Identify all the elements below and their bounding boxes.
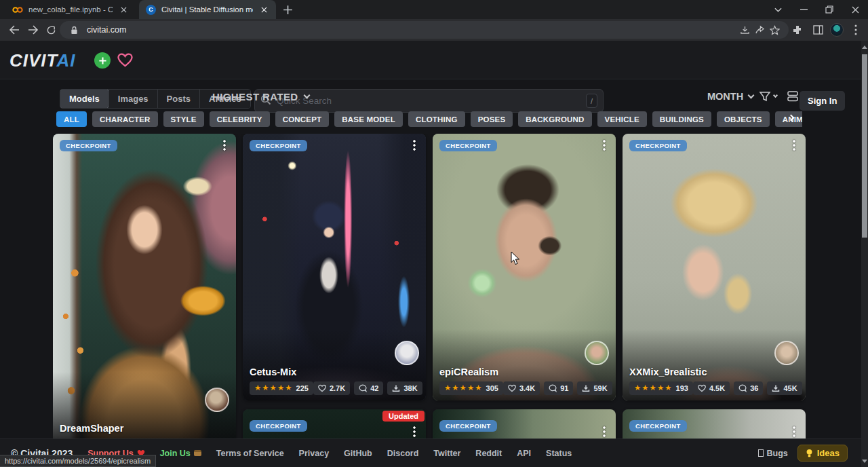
bookmark-star-icon[interactable]	[767, 22, 782, 37]
restore-icon[interactable]	[816, 0, 842, 19]
footer-link-api[interactable]: API	[517, 449, 531, 458]
scroll-up-icon[interactable]	[861, 42, 868, 52]
downloads-pill[interactable]: 45K	[767, 381, 802, 395]
extensions-icon[interactable]	[789, 22, 806, 37]
favorites-heart-button[interactable]	[117, 52, 133, 68]
creator-avatar[interactable]	[774, 341, 799, 365]
checkpoint-badge: CHECKPOINT	[629, 420, 687, 432]
model-card-dreamshaper[interactable]: CHECKPOINT DreamShaper	[53, 134, 236, 438]
chip-clothing[interactable]: CLOTHING	[408, 111, 465, 127]
tab-images[interactable]: Images	[108, 90, 157, 108]
likes-pill[interactable]: 2.7K	[313, 381, 350, 395]
comments-pill[interactable]: 36	[734, 381, 763, 395]
comments-pill[interactable]: 91	[544, 381, 573, 395]
downloads-pill[interactable]: 59K	[577, 381, 612, 395]
tab-search-icon[interactable]	[765, 0, 791, 19]
browser-tab-colab[interactable]: new_colab_file.ipynb - Colaborat	[5, 0, 136, 19]
downloads-pill[interactable]: 38K	[387, 381, 422, 395]
chip-buildings[interactable]: BUILDINGS	[652, 111, 711, 127]
new-tab-icon[interactable]	[282, 4, 294, 16]
chip-base-model[interactable]: BASE MODEL	[334, 111, 403, 127]
profile-avatar[interactable]	[830, 23, 844, 37]
creator-avatar[interactable]	[395, 341, 419, 365]
chip-style[interactable]: STYLE	[163, 111, 204, 127]
comment-icon	[738, 384, 747, 392]
layout-toggle-icon[interactable]	[787, 90, 799, 105]
creator-avatar[interactable]	[205, 388, 229, 412]
model-card-partial[interactable]: CHECKPOINT	[623, 409, 806, 438]
period-dropdown[interactable]: MONTH	[707, 91, 753, 102]
card-menu-icon[interactable]	[220, 139, 229, 151]
scrollbar-thumb[interactable]	[862, 54, 867, 238]
close-tab-icon[interactable]	[118, 4, 129, 15]
footer-link-twitter[interactable]: Twitter	[433, 449, 460, 458]
close-tab-icon[interactable]	[258, 4, 269, 15]
close-window-icon[interactable]	[842, 0, 868, 19]
forward-icon[interactable]	[26, 22, 41, 37]
chip-all[interactable]: ALL	[56, 111, 87, 127]
address-bar[interactable]: civitai.com	[60, 21, 789, 39]
bugs-link[interactable]: Bugs	[758, 449, 788, 458]
browser-menu-icon[interactable]	[848, 22, 864, 37]
categories-scroll-right-icon[interactable]	[789, 113, 798, 125]
status-bar-url: https://civitai.com/models/25694/epicrea…	[0, 455, 156, 467]
model-card-epicrealism[interactable]: CHECKPOINT epiCRealism ★★★★★305 3.4K 91 …	[433, 134, 616, 400]
creator-avatar[interactable]	[585, 341, 609, 365]
comments-pill[interactable]: 42	[354, 381, 383, 395]
footer-link-github[interactable]: GitHub	[344, 449, 372, 458]
footer-link-status[interactable]: Status	[546, 449, 572, 458]
url-text[interactable]: civitai.com	[87, 25, 737, 35]
civitai-logo[interactable]: CIVITAI	[9, 50, 76, 71]
rating-pill[interactable]: ★★★★★305	[439, 381, 503, 395]
filter-dropdown[interactable]	[759, 90, 777, 102]
tab-posts[interactable]: Posts	[157, 90, 199, 108]
footer-link-join-us[interactable]: Join Us	[160, 449, 201, 458]
footer-link-reddit[interactable]: Reddit	[475, 449, 502, 458]
sort-dropdown[interactable]: HIGHEST RATED	[212, 91, 309, 102]
lock-icon[interactable]	[66, 22, 81, 37]
model-card-partial[interactable]: CHECKPOINT	[433, 409, 616, 438]
card-menu-icon[interactable]	[789, 139, 799, 151]
card-menu-icon[interactable]	[599, 139, 609, 151]
chip-objects[interactable]: OBJECTS	[717, 111, 770, 127]
model-card-grid: CHECKPOINT DreamShaper CHECKPOINT Cetus-…	[53, 134, 806, 438]
card-footer: XXMix_9realistic ★★★★★193 4.5K 36 45K	[623, 362, 806, 400]
back-icon[interactable]	[7, 22, 22, 37]
likes-pill[interactable]: 4.5K	[693, 381, 730, 395]
likes-pill[interactable]: 3.4K	[503, 381, 540, 395]
footer-right: Bugs Ideas	[758, 445, 848, 462]
chip-poses[interactable]: POSES	[471, 111, 513, 127]
favicon-letter: C	[149, 6, 153, 13]
refresh-icon[interactable]	[43, 22, 58, 37]
card-menu-icon[interactable]	[789, 426, 799, 438]
card-menu-icon[interactable]	[410, 426, 419, 438]
browser-tab-civitai[interactable]: C Civitai | Stable Diffusion models,	[139, 0, 276, 19]
chip-background[interactable]: BACKGROUND	[518, 111, 591, 127]
tab-models[interactable]: Models	[60, 90, 108, 108]
scroll-down-icon[interactable]	[861, 456, 868, 466]
chip-vehicle[interactable]: VEHICLE	[597, 111, 647, 127]
model-title: XXMix_9realistic	[629, 367, 799, 377]
sort-label: HIGHEST RATED	[212, 91, 298, 102]
footer-link-privacy[interactable]: Privacy	[299, 449, 329, 458]
rating-pill[interactable]: ★★★★★225	[250, 381, 313, 395]
page-scrollbar[interactable]	[861, 41, 868, 467]
chip-concept[interactable]: CONCEPT	[275, 111, 330, 127]
card-menu-icon[interactable]	[410, 139, 419, 151]
minimize-icon[interactable]	[791, 0, 816, 19]
create-plus-button[interactable]	[94, 52, 111, 69]
footer-link-terms[interactable]: Terms of Service	[216, 449, 284, 458]
model-card-xxmix-9realistic[interactable]: CHECKPOINT XXMix_9realistic ★★★★★193 4.5…	[623, 134, 806, 400]
model-card-cetus-mix[interactable]: CHECKPOINT Cetus-Mix ★★★★★225 2.7K 42 38…	[243, 134, 426, 400]
side-panel-icon[interactable]	[810, 22, 826, 37]
download-page-icon[interactable]	[737, 22, 752, 37]
rating-pill[interactable]: ★★★★★193	[629, 381, 693, 395]
ideas-button[interactable]: Ideas	[797, 445, 848, 462]
downloads-count: 38K	[403, 384, 417, 392]
card-menu-icon[interactable]	[599, 426, 609, 438]
model-card-partial[interactable]: Updated CHECKPOINT	[243, 409, 426, 438]
share-icon[interactable]	[752, 22, 767, 37]
chip-celebrity[interactable]: CELEBRITY	[210, 111, 270, 127]
footer-link-discord[interactable]: Discord	[387, 449, 419, 458]
chip-character[interactable]: CHARACTER	[92, 111, 158, 127]
